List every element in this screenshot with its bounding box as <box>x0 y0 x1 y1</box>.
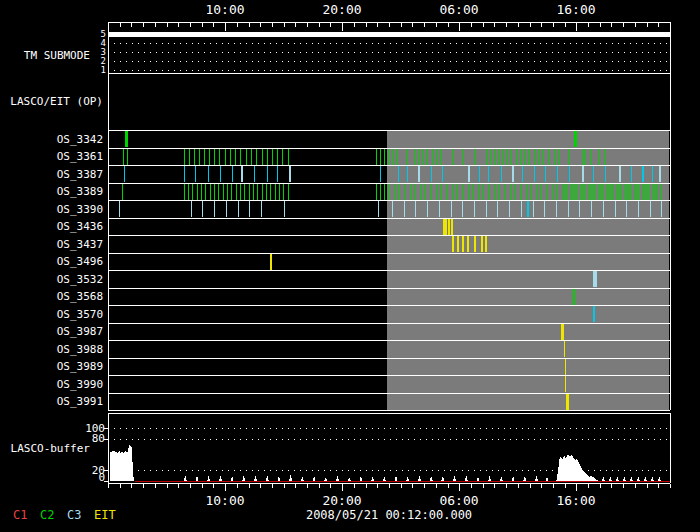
event-tick <box>591 201 592 217</box>
event-tick <box>631 184 632 200</box>
event-tick <box>534 149 535 165</box>
event-tick <box>485 236 487 252</box>
event-tick <box>249 201 250 217</box>
event-tick <box>284 201 285 217</box>
event-tick <box>282 149 283 165</box>
event-tick <box>468 166 470 182</box>
bottom-axis-label: 20:00 <box>322 494 361 507</box>
event-tick <box>442 166 443 182</box>
event-tick <box>191 201 192 217</box>
event-tick <box>525 149 526 165</box>
event-tick <box>451 219 453 235</box>
event-tick <box>557 166 558 182</box>
event-tick <box>201 184 202 200</box>
event-tick <box>262 149 263 165</box>
event-tick <box>547 184 548 200</box>
event-tick <box>462 149 463 165</box>
timestamp: 2008/05/21 00:12:00.000 <box>306 509 472 521</box>
event-tick <box>605 166 606 182</box>
event-tick <box>380 166 381 182</box>
event-tick <box>611 184 612 200</box>
event-tick <box>253 184 254 200</box>
event-tick <box>569 149 570 165</box>
bottom-axis-label: 16:00 <box>556 494 595 507</box>
event-tick <box>288 149 289 165</box>
event-tick <box>378 201 379 217</box>
event-tick <box>659 166 661 182</box>
event-tick <box>199 149 200 165</box>
event-tick <box>214 184 215 200</box>
event-tick <box>613 184 614 200</box>
event-tick <box>257 184 258 200</box>
event-tick <box>399 184 400 200</box>
event-tick <box>619 166 621 182</box>
event-tick <box>410 184 411 200</box>
event-tick <box>448 219 450 235</box>
event-tick <box>197 184 198 200</box>
row-marks-OS_3987 <box>561 324 564 340</box>
event-tick <box>552 184 553 200</box>
event-tick <box>209 149 210 165</box>
event-tick <box>568 201 569 217</box>
event-tick <box>125 131 128 147</box>
event-tick <box>531 184 532 200</box>
event-tick <box>279 184 280 200</box>
event-tick <box>219 149 220 165</box>
event-tick <box>232 166 233 182</box>
event-tick <box>572 184 573 200</box>
event-tick <box>639 184 640 200</box>
event-tick <box>289 166 291 182</box>
event-tick <box>251 149 252 165</box>
event-tick <box>591 149 592 165</box>
event-tick <box>440 149 441 165</box>
event-tick <box>483 184 484 200</box>
event-tick <box>240 149 241 165</box>
event-tick <box>474 149 475 165</box>
event-tick <box>520 184 521 200</box>
event-tick <box>652 166 653 182</box>
event-tick <box>123 149 124 165</box>
event-tick <box>631 166 632 182</box>
event-tick <box>389 149 390 165</box>
event-tick <box>277 166 278 182</box>
event-tick <box>425 184 426 200</box>
event-tick <box>427 149 428 165</box>
event-tick <box>541 184 542 200</box>
event-tick <box>501 166 502 182</box>
event-tick <box>457 184 458 200</box>
event-tick <box>638 201 639 217</box>
top-axis-label: 10:00 <box>205 3 244 16</box>
row-marks-OS_3532 <box>593 271 597 287</box>
event-tick <box>489 184 490 200</box>
event-tick <box>488 166 489 182</box>
event-tick <box>543 149 544 165</box>
event-tick <box>202 201 203 217</box>
row-label: OS_3436 <box>0 221 103 232</box>
event-tick <box>423 149 424 165</box>
event-tick <box>548 149 549 165</box>
event-tick <box>502 149 503 165</box>
event-tick <box>499 184 500 200</box>
event-tick <box>626 201 627 217</box>
event-tick <box>452 236 454 252</box>
event-tick <box>418 166 420 182</box>
event-tick <box>267 166 268 182</box>
event-tick <box>582 166 584 182</box>
event-tick <box>437 149 438 165</box>
event-tick <box>512 166 514 182</box>
row-label: OS_3568 <box>0 291 103 302</box>
event-tick <box>558 149 559 165</box>
event-tick <box>554 149 555 165</box>
event-tick <box>593 184 594 200</box>
top-axis-label: 06:00 <box>439 3 478 16</box>
event-tick <box>529 149 530 165</box>
event-tick <box>629 184 630 200</box>
event-tick <box>657 184 658 200</box>
event-tick <box>238 201 239 217</box>
event-tick <box>226 201 227 217</box>
event-tick <box>637 184 638 200</box>
event-tick <box>195 166 196 182</box>
event-tick <box>457 236 459 252</box>
event-tick <box>452 184 453 200</box>
row-label: OS_3437 <box>0 239 103 250</box>
